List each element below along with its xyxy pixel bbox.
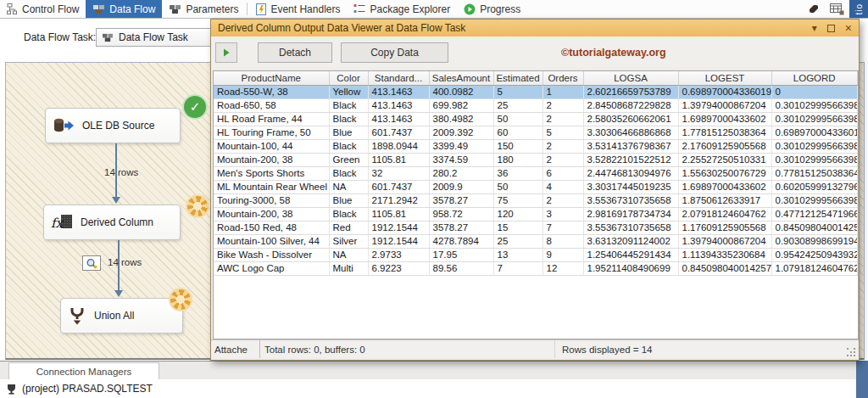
grid-cell[interactable]: 1105.81 <box>368 207 429 221</box>
grid-cell[interactable]: HL Road Frame, 44 <box>214 112 329 126</box>
grid-cell[interactable]: Multi <box>329 261 368 275</box>
grid-cell[interactable]: 958.72 <box>429 207 493 221</box>
grid-cell[interactable]: 380.4982 <box>429 112 493 126</box>
grid-cell[interactable]: 17.95 <box>429 248 493 261</box>
grid-cell[interactable]: 413.1463 <box>368 112 429 126</box>
grid-cell[interactable]: 1.55630250076729 <box>678 166 771 180</box>
grid-cell[interactable]: 2.9733 <box>368 248 429 261</box>
dropdown-icon[interactable]: ▾ <box>812 22 817 34</box>
grid-cell[interactable]: 2009.392 <box>429 126 493 139</box>
tab-progress[interactable]: Progress <box>457 0 527 18</box>
table-row[interactable]: AWC Logo Cap Multi 6.9223 89.56 7 12 1.9… <box>214 261 858 275</box>
grid-cell[interactable]: 0.845098040014257 <box>678 261 771 275</box>
grid-cell[interactable]: 3399.49 <box>429 139 493 153</box>
grid-cell[interactable]: 1.95211408490699 <box>583 261 678 275</box>
grid-cell[interactable]: 1.11394335230684 <box>678 248 771 261</box>
node-ole-db-source[interactable]: OLE DB Source <box>45 108 181 143</box>
grid-cell[interactable]: 1.07918124604762 <box>771 261 858 275</box>
grid-cell[interactable]: Green <box>329 153 368 166</box>
grid-column-header[interactable]: Color <box>329 71 368 85</box>
grid-cell[interactable]: Black <box>329 112 368 126</box>
grid-column-header[interactable]: ProductName <box>214 71 329 85</box>
grid-cell[interactable]: 2.44746813094976 <box>583 166 678 180</box>
grid-cell[interactable]: 0.301029995663981 <box>771 193 858 207</box>
grid-cell[interactable]: 50 <box>493 112 542 126</box>
table-row[interactable]: HL Road Frame, 44 Black 413.1463 380.498… <box>214 112 858 126</box>
grid-cell[interactable]: Road-550-W, 38 <box>214 85 329 98</box>
grid-cell[interactable]: Road-650, 58 <box>214 98 329 112</box>
grid-cell[interactable]: 2 <box>542 153 583 166</box>
grid-cell[interactable]: 0.903089986991944 <box>771 234 858 248</box>
node-union-all[interactable]: Union All <box>60 298 183 334</box>
grid-cell[interactable]: 2 <box>542 112 583 126</box>
grid-cell[interactable]: 0.845098040014257 <box>771 221 858 234</box>
grid-cell[interactable]: 1912.1544 <box>368 234 429 248</box>
node-derived-column[interactable]: fx Derived Column <box>43 205 181 240</box>
grid-cell[interactable]: 1.77815125038364 <box>678 126 771 139</box>
table-row[interactable]: Road-650, 58 Black 413.1463 699.982 25 2… <box>214 98 858 112</box>
grid-cell[interactable]: 1 <box>542 85 583 98</box>
resume-button[interactable] <box>215 42 237 63</box>
grid-cell[interactable]: 1898.0944 <box>368 139 429 153</box>
grid-cell[interactable]: 6 <box>542 166 583 180</box>
grid-column-header[interactable]: SalesAmount <box>429 71 493 85</box>
grid-cell[interactable]: 3578.27 <box>429 193 493 207</box>
grid-cell[interactable]: 2009.9 <box>429 180 493 193</box>
grid-cell[interactable]: 699.982 <box>429 98 493 112</box>
grid-cell[interactable]: 1.17609125905568 <box>678 221 771 234</box>
grid-cell[interactable]: 2.25527250510331 <box>678 153 771 166</box>
grid-cell[interactable]: 15 <box>493 221 542 234</box>
maximize-icon[interactable] <box>827 25 835 32</box>
grid-column-header[interactable]: Standard... <box>368 71 429 85</box>
grid-cell[interactable]: 0.778151250383644 <box>771 166 858 180</box>
grid-cell[interactable]: 3.55367310735658 <box>583 221 678 234</box>
grid-cell[interactable]: 5 <box>493 85 542 98</box>
grid-cell[interactable]: 601.7437 <box>368 180 429 193</box>
tab-parameters[interactable]: Parameters <box>162 0 245 18</box>
grid-cell[interactable]: Black <box>329 139 368 153</box>
grid-cell[interactable]: 0.477121254719662 <box>771 207 858 221</box>
grid-cell[interactable]: NA <box>329 248 368 261</box>
table-row[interactable]: Men's Sports Shorts Black 32 280.2 36 6 … <box>214 166 858 180</box>
grid-cell[interactable]: 2 <box>542 139 583 153</box>
grid-cell[interactable]: 1.39794000867204 <box>678 234 771 248</box>
grid-cell[interactable]: 36 <box>493 166 542 180</box>
grid-cell[interactable]: Blue <box>329 126 368 139</box>
tab-data-flow[interactable]: Data Flow <box>86 0 162 18</box>
grid-cell[interactable]: Mountain-200, 38 <box>214 207 329 221</box>
vertical-side-tab[interactable]: tio <box>849 0 868 18</box>
grid-cell[interactable]: 3.30306466886868 <box>583 126 678 139</box>
grid-cell[interactable]: 3.55367310735658 <box>583 193 678 207</box>
data-viewer-magnifier-button[interactable] <box>82 255 101 271</box>
grid-cell[interactable]: 8 <box>542 234 583 248</box>
grid-cell[interactable]: 1105.81 <box>368 153 429 166</box>
table-row[interactable]: Bike Wash - Dissolver NA 2.9733 17.95 13… <box>214 248 858 261</box>
copy-data-button[interactable]: Copy Data <box>341 42 448 63</box>
grid-cell[interactable]: 3.30317445019235 <box>583 180 678 193</box>
grid-cell[interactable]: 25 <box>493 98 542 112</box>
tab-event-handlers[interactable]: Event Handlers <box>249 0 347 18</box>
grid-cell[interactable]: AWC Logo Cap <box>214 261 329 275</box>
grid-cell[interactable]: 32 <box>368 166 429 180</box>
grid-tool-icon[interactable] <box>825 0 849 18</box>
grid-cell[interactable]: 2.58035260662061 <box>583 112 678 126</box>
grid-cell[interactable]: 2171.2942 <box>368 193 429 207</box>
grid-cell[interactable]: Touring-3000, 58 <box>214 193 329 207</box>
table-row[interactable]: Mountain-200, 38 Black 1105.81 958.72 12… <box>214 207 858 221</box>
grid-cell[interactable]: 5 <box>542 126 583 139</box>
grid-cell[interactable]: 0.602059991327962 <box>771 180 858 193</box>
table-row[interactable]: Mountain-200, 38 Green 1105.81 3374.59 1… <box>214 153 858 166</box>
grid-cell[interactable]: 2 <box>542 98 583 112</box>
detach-button[interactable]: Detach <box>258 42 332 63</box>
grid-column-header[interactable]: Estimated <box>493 71 542 85</box>
grid-cell[interactable]: 3578.27 <box>429 221 493 234</box>
grid-cell[interactable]: 0.301029995663981 <box>771 98 858 112</box>
grid-cell[interactable]: 7 <box>493 261 542 275</box>
grid-cell[interactable]: 1.69897000433602 <box>678 180 771 193</box>
grid-cell[interactable]: 413.1463 <box>368 98 429 112</box>
grid-cell[interactable]: 50 <box>493 180 542 193</box>
table-row[interactable]: Road-150 Red, 48 Red 1912.1544 3578.27 1… <box>214 221 858 234</box>
grid-cell[interactable]: 1.39794000867204 <box>678 98 771 112</box>
grid-cell[interactable]: ML Mountain Rear Wheel <box>214 180 329 193</box>
table-row[interactable]: Road-550-W, 38 Yellow 413.1463 400.0982 … <box>214 85 858 98</box>
